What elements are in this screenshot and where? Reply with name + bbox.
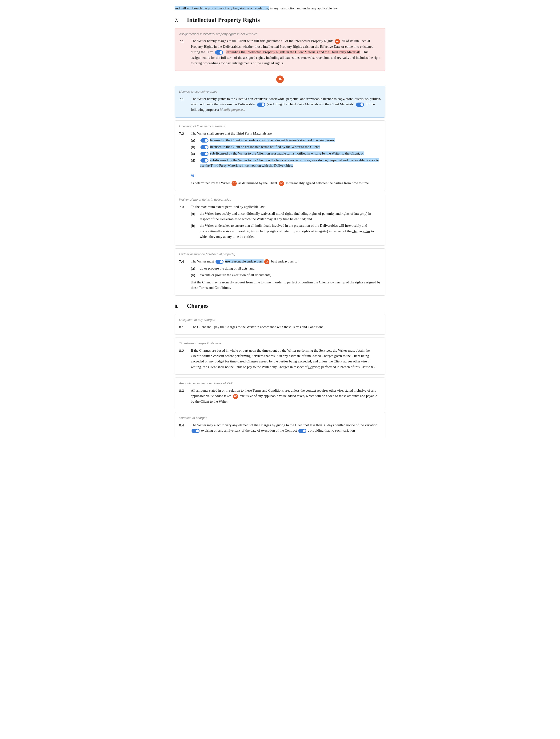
top-note-rest: in any jurisdiction and under any applic… — [269, 6, 338, 10]
subsection-further-label: Further assurance (intellectual property… — [179, 252, 381, 257]
subsection-moral-label: Waiver of moral rights in deliverables — [179, 197, 381, 202]
or-badge-client[interactable]: or — [279, 181, 284, 186]
clause-7-2-intro: The Writer shall ensure that the Third P… — [191, 131, 381, 136]
highlight-endeavours: use reasonable endeavours — [225, 260, 264, 263]
subsection-assignment: Assignment of intellectual property righ… — [175, 28, 385, 71]
subsection-8-3-label: Amounts inclusive or exclusive of VAT — [179, 381, 381, 386]
clause-num-8-1: 8.1 — [179, 324, 187, 330]
clause-text-7-4: The Writer must use reasonable endeavour… — [191, 259, 381, 291]
deliverables-ref: Deliverables — [353, 229, 370, 233]
toggle-variation-2[interactable] — [298, 429, 306, 433]
clause-num-7-1-licence: 7.1 — [179, 96, 187, 113]
list-item-a: (a) licensed to the Client in accordance… — [191, 138, 381, 143]
clause-7-2: 7.2 The Writer shall ensure that the Thi… — [179, 131, 381, 186]
clause-8-1: 8.1 The Client shall pay the Charges to … — [179, 324, 381, 330]
top-note: and will not breach the provisions of an… — [175, 6, 385, 11]
text-d: sub-licensed by the Writer to the Client… — [200, 158, 381, 169]
clause-text-8-2: If the Charges are based in whole or par… — [191, 348, 381, 370]
or-badge-writer[interactable]: or — [232, 181, 237, 186]
clause-text-7-1-assign: The Writer hereby assigns to the Client … — [191, 38, 381, 66]
purposes-placeholder[interactable]: identify purposes. — [220, 108, 245, 112]
clause-num-8-2: 8.2 — [179, 348, 187, 370]
clause-7-1-licence: 7.1 The Writer hereby grants to the Clie… — [179, 96, 381, 113]
subsection-third-party-label: Licensing of third party materials — [179, 124, 381, 129]
subsection-8-1: Obligation to pay charges 8.1 The Client… — [175, 314, 385, 335]
sub-list-7-4: (a) do or procure the doing of all acts;… — [191, 266, 381, 278]
clause-num-7-2: 7.2 — [179, 131, 187, 186]
clause-7-3: 7.3 To the maximum extent permitted by a… — [179, 204, 381, 241]
toggle-term[interactable] — [215, 50, 223, 54]
highlight-b: licensed to the Client on reasonable ter… — [210, 145, 320, 149]
letter-d: (d) — [191, 158, 197, 169]
clause-7-3-intro: To the maximum extent permitted by appli… — [191, 204, 381, 209]
letter-b: (b) — [191, 144, 197, 150]
moral-letter-a: (a) — [191, 211, 197, 222]
toggle-b[interactable] — [200, 145, 208, 149]
add-icon-7-2[interactable]: ⊕ — [191, 172, 195, 179]
text-a: licensed to the Client in accordance wit… — [200, 138, 381, 143]
highlight-c: sub-licensed by the Writer to the Client… — [210, 151, 364, 155]
excluding-highlight: excluding the Intellectual Property Righ… — [226, 50, 360, 54]
top-note-highlight: and will not breach the provisions of an… — [175, 6, 269, 10]
toggle-endeavours[interactable] — [216, 260, 224, 264]
further-item-a: (a) do or procure the doing of all acts;… — [191, 266, 381, 271]
subsection-8-3: Amounts inclusive or exclusive of VAT 8.… — [175, 378, 385, 409]
subsection-8-1-label: Obligation to pay charges — [179, 317, 381, 322]
section7-heading: 7. Intellectual Property Rights — [175, 15, 385, 25]
subsection-8-4: Variation of charges 8.4 The Writer may … — [175, 412, 385, 438]
sub-list-7-3: (a) the Writer irrevocably and unconditi… — [191, 211, 381, 240]
further-letter-a: (a) — [191, 266, 197, 271]
subsection-8-4-label: Variation of charges — [179, 416, 381, 421]
clause-num-7-3: 7.3 — [179, 204, 187, 241]
clause-num-7-4: 7.4 — [179, 259, 187, 291]
letter-c: (c) — [191, 151, 197, 156]
toggle-deliverables[interactable] — [257, 103, 265, 107]
moral-item-b: (b) the Writer undertakes to ensure that… — [191, 223, 381, 240]
moral-letter-b: (b) — [191, 223, 197, 240]
toggle-client-materials[interactable] — [356, 103, 364, 107]
or-badge-large: OR — [276, 76, 284, 83]
section7-number: 7. — [175, 16, 183, 24]
text-c: sub-licensed by the Writer to the Client… — [200, 151, 381, 156]
clause-8-4: 8.4 The Writer may elect to vary any ele… — [179, 422, 381, 433]
clause-7-4-head: The Writer must use reasonable endeavour… — [191, 259, 381, 264]
or-badge-endeavours[interactable]: or — [264, 259, 269, 264]
subsection-licence-label: Licence to use deliverables — [179, 90, 381, 94]
list-item-c: (c) sub-licensed by the Writer to the Cl… — [191, 151, 381, 156]
subsection-third-party: Licensing of third party materials 7.2 T… — [175, 120, 385, 191]
subsection-further: Further assurance (intellectual property… — [175, 248, 385, 295]
list-item-d: (d) sub-licensed by the Writer to the Cl… — [191, 158, 381, 169]
or-badge-vat[interactable]: or — [233, 394, 238, 399]
clause-7-2-footer: ⊕ as determined by the Writer or as dete… — [191, 170, 381, 186]
toggle-variation-1[interactable] — [191, 429, 199, 433]
further-letter-b: (b) — [191, 272, 197, 278]
subsection-moral: Waiver of moral rights in deliverables 7… — [175, 194, 385, 246]
subsection-8-2: Time-base charges limitations 8.2 If the… — [175, 337, 385, 375]
clause-num-7-1-assign: 7.1 — [179, 38, 187, 66]
clause-7-4: 7.4 The Writer must use reasonable endea… — [179, 259, 381, 291]
further-text-a: do or procure the doing of all acts; and — [200, 266, 381, 271]
services-ref-8-2: Services — [308, 365, 320, 369]
section8-number: 8. — [175, 302, 183, 310]
toggle-c[interactable] — [200, 152, 208, 156]
clause-7-1-assign: 7.1 The Writer hereby assigns to the Cli… — [179, 38, 381, 66]
list-item-b: (b) licensed to the Client on reasonable… — [191, 144, 381, 150]
section7-title: Intellectual Property Rights — [187, 15, 260, 25]
highlight-d: sub-licensed by the Writer to the Client… — [200, 158, 379, 167]
moral-text-a: the Writer irrevocably and unconditional… — [200, 211, 381, 222]
sub-list-7-2: (a) licensed to the Client in accordance… — [191, 138, 381, 168]
highlight-a: licensed to the Client in accordance wit… — [210, 138, 335, 142]
clause-text-7-1-licence: The Writer hereby grants to the Client a… — [191, 96, 381, 113]
toggle-d[interactable] — [200, 158, 208, 162]
or-badge-1[interactable]: or — [335, 39, 340, 44]
clause-text-8-1: The Client shall pay the Charges to the … — [191, 324, 381, 330]
section8-title: Charges — [187, 301, 208, 311]
clause-text-8-4: The Writer may elect to vary any element… — [191, 422, 381, 433]
clause-8-2: 8.2 If the Charges are based in whole or… — [179, 348, 381, 370]
clause-text-7-2: The Writer shall ensure that the Third P… — [191, 131, 381, 186]
section8-heading: 8. Charges — [175, 301, 385, 311]
toggle-a[interactable] — [200, 138, 208, 143]
subsection-licence: Licence to use deliverables 7.1 The Writ… — [175, 86, 385, 118]
further-item-b: (b) execute or procure the execution of … — [191, 272, 381, 278]
clause-num-8-3: 8.3 — [179, 388, 187, 404]
